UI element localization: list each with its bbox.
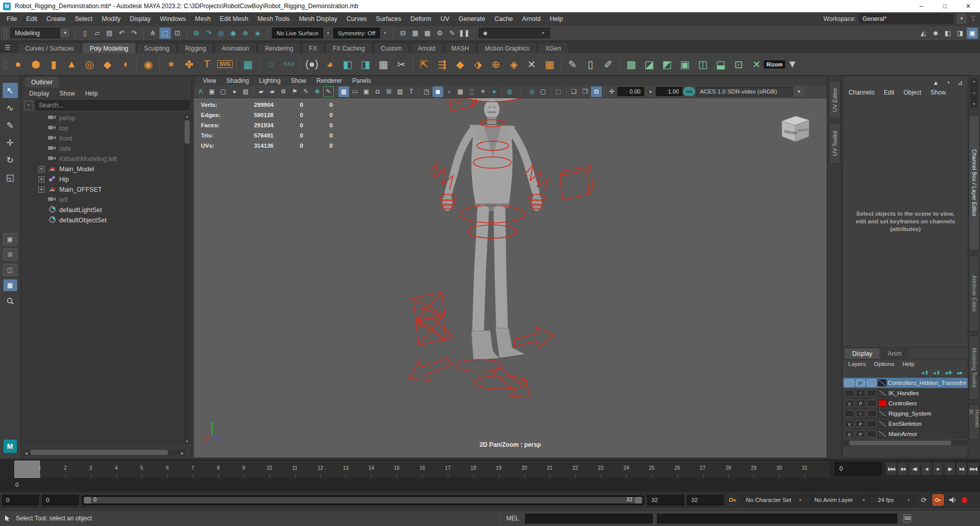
shelf-tab-custom[interactable]: Custom xyxy=(373,42,409,53)
layer-menu-help[interactable]: Help xyxy=(898,360,919,368)
viewport-menu-lighting[interactable]: Lighting xyxy=(254,76,286,85)
maya-logo-badge[interactable]: M xyxy=(4,440,17,453)
depth-peeling-icon[interactable]: ▢ xyxy=(538,86,549,97)
viewport-menu-renderer[interactable]: Renderer xyxy=(311,76,347,85)
gamma-field[interactable]: 1.00 xyxy=(656,87,682,96)
chamfer-icon[interactable]: ⬗ xyxy=(469,56,487,73)
animation-end-field[interactable]: 32 xyxy=(687,495,724,506)
menu-curves[interactable]: Curves xyxy=(342,13,372,25)
poly-torus-icon[interactable]: ◎ xyxy=(81,56,98,73)
live-surface-field[interactable]: No Live Surface xyxy=(272,28,323,38)
menu-generate[interactable]: Generate xyxy=(454,13,490,25)
layer-color-swatch[interactable] xyxy=(878,420,887,427)
playback-end-field[interactable]: 32 xyxy=(647,495,684,506)
layer-visibility-toggle[interactable]: V xyxy=(845,400,854,407)
expand-icon[interactable]: + xyxy=(38,166,44,172)
outliner-horizontal-scrollbar[interactable]: ◀ ▶ xyxy=(23,449,186,455)
layer-playback-toggle[interactable]: P xyxy=(856,420,865,427)
snap-point-icon[interactable]: ◎ xyxy=(215,28,226,39)
grid-fill-icon[interactable]: ▦ xyxy=(541,56,558,73)
selection-highlight-icon[interactable]: ⧉ xyxy=(591,86,602,97)
menu-arnold[interactable]: Arnold xyxy=(517,13,545,25)
gamma-icon[interactable]: ◑ xyxy=(645,86,655,97)
gate-mask-icon[interactable]: ◘ xyxy=(372,86,383,97)
playhead[interactable] xyxy=(14,461,40,478)
poly-plane-icon[interactable]: ◆ xyxy=(99,56,116,73)
bridge-icon[interactable]: ⇶ xyxy=(434,56,451,73)
snap-grid-icon[interactable]: ⊞ xyxy=(191,28,202,39)
outliner-filter-icon[interactable]: ⌖ xyxy=(24,101,33,110)
menu-help[interactable]: Help xyxy=(545,13,567,25)
layer-editor-tab-display[interactable]: Display xyxy=(845,349,879,359)
animation-start-field[interactable]: 0 xyxy=(42,495,79,506)
snap-origin-icon[interactable]: 0,0,0 xyxy=(280,56,298,73)
layer-playback-toggle[interactable]: P xyxy=(856,379,865,386)
tab-attribute-editor[interactable]: Attribute Editor xyxy=(969,256,979,331)
uv-auto-seam-icon[interactable]: ▩ xyxy=(623,56,640,73)
sculpt-ui-icon[interactable]: ◭ xyxy=(918,28,929,39)
bevel-icon[interactable]: ◆ xyxy=(451,56,469,73)
layer-row-rigging_system[interactable]: PRigging_System xyxy=(843,408,968,419)
delete-edge-icon[interactable]: ✕ xyxy=(523,56,540,73)
menu-cache[interactable]: Cache xyxy=(490,13,517,25)
uv-cut-icon[interactable]: ◪ xyxy=(641,56,658,73)
layer-row-mainarmor[interactable]: VPMainArmor xyxy=(843,429,968,439)
poly-cube-icon[interactable]: ⬢ xyxy=(27,56,44,73)
open-scene-icon[interactable]: ▱ xyxy=(92,28,103,39)
display-triad-icon[interactable]: ▲ xyxy=(931,78,940,87)
snap-surface-icon[interactable]: ◈ xyxy=(252,28,263,39)
poly-sphere-icon[interactable]: ● xyxy=(9,56,27,73)
maximize-button[interactable]: □ xyxy=(933,0,956,12)
shelf-tab-curves-surfaces[interactable]: Curves / Surfaces xyxy=(17,42,81,53)
undo-icon[interactable]: ↶ xyxy=(116,28,127,39)
resolution-gate-icon[interactable]: ▣ xyxy=(361,86,372,97)
mel-command-input[interactable] xyxy=(525,514,653,523)
snap-curve-icon[interactable]: ↷ xyxy=(203,28,214,39)
shelf-tab-motion-graphics[interactable]: Motion Graphics xyxy=(477,42,537,53)
wireframe-mode-icon[interactable]: ◳ xyxy=(421,86,432,97)
default-material-icon[interactable]: ▢ xyxy=(218,86,229,97)
workspace-dropdown[interactable]: General* xyxy=(859,14,953,24)
motion-blur-icon[interactable]: ◌ xyxy=(515,86,526,97)
outliner-item-persp[interactable]: persp xyxy=(23,113,186,123)
menu-set-dropdown[interactable]: Modeling ▼ xyxy=(10,28,71,38)
layer-display-type-toggle[interactable] xyxy=(867,379,876,386)
field-chart-icon[interactable]: ⊞ xyxy=(383,86,394,97)
layer-visibility-toggle[interactable]: V xyxy=(845,430,854,438)
step-back-key-button[interactable]: ◀▮ xyxy=(909,462,920,475)
lasso-select-tool[interactable]: ∿ xyxy=(3,100,18,116)
exposure-field[interactable]: 0.00 xyxy=(618,87,644,96)
workspace-lock-icon[interactable] xyxy=(970,15,977,23)
textured-mode-icon[interactable]: ▩ xyxy=(455,86,466,97)
toolbar-grip[interactable] xyxy=(4,28,7,39)
screen-ao-icon[interactable]: ◍ xyxy=(504,86,515,97)
dock-right-icon[interactable]: ◨ xyxy=(954,28,966,39)
shaded-mode-icon[interactable]: ◼ xyxy=(432,86,443,97)
xray-icon[interactable]: ❏ xyxy=(568,86,579,97)
multi-cut-icon[interactable]: ✎ xyxy=(564,56,581,73)
shelf-overflow-icon[interactable]: ▼ xyxy=(784,56,801,73)
empty-layer-icon[interactable]: ◂✚ xyxy=(945,370,952,376)
step-forward-frame-button[interactable]: ▶▮ xyxy=(956,462,967,475)
perspective-viewport[interactable]: ViewShadingLightingShowRendererPanels A▣… xyxy=(193,76,827,458)
layer-color-swatch[interactable] xyxy=(878,379,886,386)
tab-channel-box-layer-editor[interactable]: Channel Box / Layer Editor xyxy=(969,115,979,250)
paint-select-tool[interactable]: ✎ xyxy=(3,118,18,133)
menu-mesh-tools[interactable]: Mesh Tools xyxy=(253,13,294,25)
playback-start-field[interactable]: 0 xyxy=(2,495,39,506)
boolean-icon[interactable]: ▦ xyxy=(239,56,257,73)
range-slider-left-grip[interactable] xyxy=(84,497,91,504)
image-plane-icon[interactable]: ▨ xyxy=(395,86,405,97)
layout-persp-outliner[interactable]: ◫ xyxy=(3,264,17,276)
shelf-tab-rigging[interactable]: Rigging xyxy=(177,42,214,53)
bookmark-icon[interactable]: ⚑ xyxy=(289,86,300,97)
menu-file[interactable]: File xyxy=(2,13,21,25)
dock-strip-scrollbar[interactable]: ▲●▼ xyxy=(970,78,978,107)
uv-unfold-icon[interactable]: ▣ xyxy=(676,56,694,73)
layer-display-type-toggle[interactable] xyxy=(867,390,877,397)
uv-sew-icon[interactable]: ◩ xyxy=(658,56,676,73)
record-indicator-icon[interactable] xyxy=(961,497,968,504)
move-layer-down-icon[interactable]: ◂⬇ xyxy=(933,370,941,376)
dock-left-icon[interactable]: ◧ xyxy=(942,28,953,39)
poly-disc-icon[interactable]: ◖ xyxy=(117,56,134,73)
